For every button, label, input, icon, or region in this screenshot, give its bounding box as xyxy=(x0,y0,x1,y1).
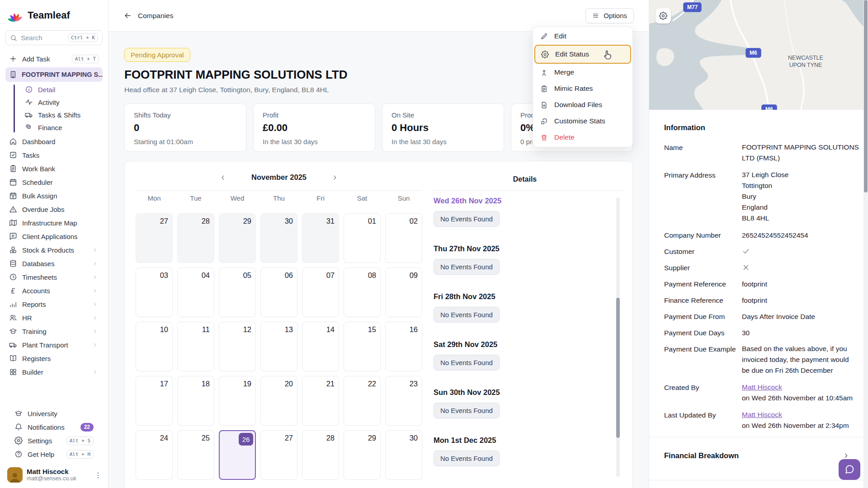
breadcrumb[interactable]: Companies xyxy=(138,12,173,20)
stat-sub: In the last 30 days xyxy=(392,138,495,145)
person-link[interactable]: Matt Hiscock xyxy=(742,383,782,391)
status-badge: Pending Approval xyxy=(124,48,190,62)
sidebar-item-training[interactable]: Training xyxy=(5,324,103,338)
back-button[interactable] xyxy=(123,11,132,20)
calendar-day-29[interactable]: 29 xyxy=(219,213,256,263)
search-input[interactable]: Search Ctrl + K xyxy=(5,30,103,45)
sidebar-item-settings[interactable]: SettingsAlt + S xyxy=(11,434,97,447)
calendar-day-08[interactable]: 08 xyxy=(344,267,381,317)
options-button[interactable]: Options xyxy=(585,8,634,23)
calendar-day-21[interactable]: 21 xyxy=(302,376,339,426)
menu-item-edit[interactable]: Edit xyxy=(533,28,632,44)
stat-card-profit: Profit£0.00In the last 30 days xyxy=(253,103,375,152)
sidebar-item-company[interactable]: FOOTPRINT MAPPING S... xyxy=(5,67,103,82)
calendar-day-17[interactable]: 17 xyxy=(136,376,173,426)
calendar-day-03[interactable]: 03 xyxy=(136,267,173,317)
calendar-day-15[interactable]: 15 xyxy=(344,322,381,371)
calendar-prev-icon[interactable] xyxy=(219,174,226,181)
chevron-right-icon xyxy=(91,342,99,348)
sidebar-item-timesheets[interactable]: Timesheets xyxy=(5,270,103,284)
sidebar-subitem-detail[interactable]: Detail xyxy=(5,83,103,96)
chat-button[interactable] xyxy=(839,459,860,480)
calendar-day-28[interactable]: 28 xyxy=(177,213,214,263)
calendar-day-04[interactable]: 04 xyxy=(177,267,214,317)
search-icon xyxy=(10,34,17,42)
financial-breakdown-section[interactable]: Financial Breakdown xyxy=(664,451,849,460)
calendar-day-31[interactable]: 31 xyxy=(302,213,339,263)
calendar-day-23[interactable]: 23 xyxy=(385,376,422,426)
menu-item-customise-stats[interactable]: Customise Stats xyxy=(533,113,632,129)
sidebar-subitem-activity[interactable]: Activity xyxy=(5,96,103,108)
menu-item-merge[interactable]: Merge xyxy=(533,64,632,80)
map[interactable]: M77 M6 M6 NEWCASTLE UPON TYNE xyxy=(649,0,865,110)
menu-item-edit-status[interactable]: Edit Status xyxy=(534,45,631,64)
sidebar-item-bulk-assign[interactable]: Bulk Assign xyxy=(5,189,103,202)
sidebar-item-infrastructure-map[interactable]: Infrastructure Map xyxy=(5,216,103,230)
calendar-day-05[interactable]: 05 xyxy=(219,267,256,317)
calendar-day-30[interactable]: 30 xyxy=(385,430,422,480)
bar-chart-icon xyxy=(9,300,17,308)
sidebar-item-dashboard[interactable]: Dashboard xyxy=(5,135,103,148)
info-label: Finance Reference xyxy=(664,296,742,305)
calendar-day-13[interactable]: 13 xyxy=(260,322,297,371)
options-label: Options xyxy=(604,12,627,19)
sidebar-item-registers[interactable]: Registers xyxy=(5,352,103,365)
no-events-badge: No Events Found xyxy=(434,211,500,227)
sidebar-item-scheduler[interactable]: Scheduler xyxy=(5,175,103,189)
calendar-day-14[interactable]: 14 xyxy=(302,322,339,371)
calendar-day-25[interactable]: 25 xyxy=(177,430,214,480)
calendar-day-10[interactable]: 10 xyxy=(136,322,173,371)
calendar-day-09[interactable]: 09 xyxy=(385,267,422,317)
sidebar-item-builder[interactable]: Builder xyxy=(5,365,103,379)
calendar-day-27[interactable]: 27 xyxy=(260,430,297,480)
alert-triangle-icon xyxy=(9,205,17,213)
sidebar-item-overdue-jobs[interactable]: Overdue Jobs xyxy=(5,202,103,216)
sidebar-item-plant-transport[interactable]: Plant Transport xyxy=(5,338,103,352)
sidebar-item-databases[interactable]: Databases xyxy=(5,257,103,270)
sidebar-subitem-finance[interactable]: Finance xyxy=(5,121,103,134)
boxes-icon xyxy=(9,246,17,254)
map-settings-button[interactable] xyxy=(656,8,671,23)
page-scrollbar[interactable] xyxy=(863,0,868,488)
calendar-day-20[interactable]: 20 xyxy=(260,376,297,426)
sidebar-item-hr[interactable]: HR xyxy=(5,311,103,324)
calendar-day-01[interactable]: 01 xyxy=(344,213,381,263)
add-task-button[interactable]: Add Task Alt + T xyxy=(5,52,103,66)
calendar-day-22[interactable]: 22 xyxy=(344,376,381,426)
calendar-day-06[interactable]: 06 xyxy=(260,267,297,317)
sidebar-item-stock-products[interactable]: Stock & Products xyxy=(5,243,103,257)
sidebar-item-tasks[interactable]: Tasks xyxy=(5,148,103,162)
person-link[interactable]: Matt Hiscock xyxy=(742,411,782,418)
calendar-day-16[interactable]: 16 xyxy=(385,322,422,371)
sidebar-item-notifications[interactable]: Notifications22 xyxy=(11,420,97,434)
calendar-next-icon[interactable] xyxy=(331,174,339,181)
gear-icon xyxy=(14,436,23,445)
calendar-day-02[interactable]: 02 xyxy=(385,213,422,263)
calendar-day-28[interactable]: 28 xyxy=(302,430,339,480)
calendar-day-24[interactable]: 24 xyxy=(136,430,173,480)
sidebar-item-accounts[interactable]: Accounts xyxy=(5,284,103,297)
sidebar-item-work-bank[interactable]: Work Bank xyxy=(5,162,103,175)
sidebar-item-client-applications[interactable]: Client Applications xyxy=(5,230,103,243)
calendar-day-29[interactable]: 29 xyxy=(344,430,381,480)
details-scrollbar[interactable] xyxy=(616,197,620,477)
user-profile[interactable]: Matt Hiscock matt@senses.co.uk ⋮ xyxy=(5,465,103,483)
info-icon xyxy=(25,85,33,94)
calendar-day-26-selected[interactable]: 26 xyxy=(219,430,256,480)
profile-menu-icon[interactable]: ⋮ xyxy=(94,474,101,476)
sidebar-item-get-help[interactable]: Get HelpAlt + H xyxy=(11,447,97,461)
sidebar-item-university[interactable]: University xyxy=(11,407,97,420)
sidebar-subitem-tasks-shifts[interactable]: Tasks & Shifts xyxy=(5,108,103,121)
calendar-day-19[interactable]: 19 xyxy=(219,376,256,426)
sidebar-item-reports[interactable]: Reports xyxy=(5,297,103,311)
menu-item-mimic-rates[interactable]: Mimic Rates xyxy=(533,80,632,97)
calendar-day-30[interactable]: 30 xyxy=(260,213,297,263)
calendar-day-27[interactable]: 27 xyxy=(136,213,173,263)
day-number: 30 xyxy=(285,217,293,225)
calendar-day-11[interactable]: 11 xyxy=(177,322,214,371)
menu-item-download-files[interactable]: Download Files xyxy=(533,97,632,113)
calendar-day-12[interactable]: 12 xyxy=(219,322,256,371)
calendar-day-18[interactable]: 18 xyxy=(177,376,214,426)
calendar-day-07[interactable]: 07 xyxy=(302,267,339,317)
menu-item-delete[interactable]: Delete xyxy=(533,129,632,145)
